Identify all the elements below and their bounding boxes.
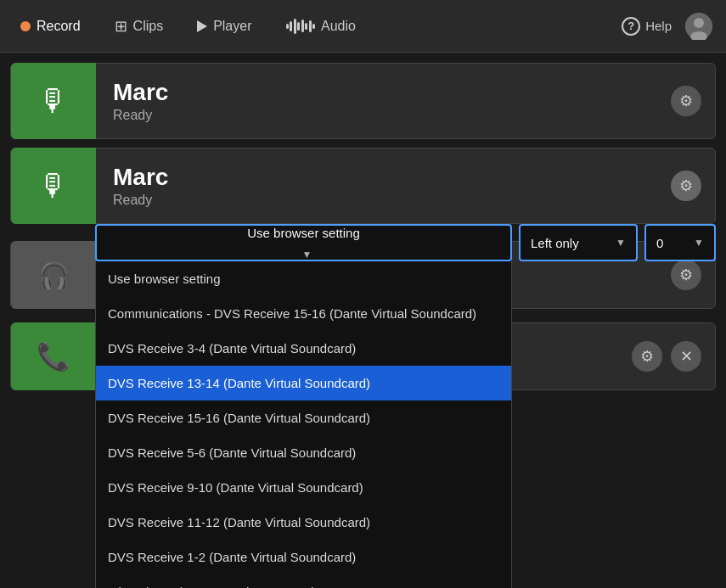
main-content: 🎙 Marc Ready ⚙ 🎙 Marc Ready ⚙ [0,53,726,523]
nav-right: ? Help [622,13,712,40]
dropdown-option-4[interactable]: DVS Receive 15-16 (Dante Virtual Soundca… [96,400,511,435]
dropdown-controls-row: Use browser setting ▼ Use browser settin… [95,224,716,261]
track-actions-4: ⚙ ✕ [632,341,715,372]
track-status-1: Ready [113,108,654,123]
dropdown-option-0[interactable]: Use browser setting [96,261,511,296]
track-icon-box-2[interactable]: 🎙 [11,148,96,224]
chevron-down-icon-channel: ▼ [616,237,626,249]
dropdown-option-3[interactable]: DVS Receive 13-14 (Dante Virtual Soundca… [96,366,511,400]
track-status-2: Ready [113,193,654,208]
track-actions-1: ⚙ [671,86,715,116]
player-icon [197,20,207,32]
nav-audio[interactable]: Audio [279,14,363,39]
mic-icon-2: 🎙 [38,168,69,204]
track-card-1: 🎙 Marc Ready ⚙ [10,63,716,139]
track-icon-box-4[interactable]: 📞 [11,322,96,390]
audio-waveform-icon [286,19,316,34]
track-card-2: 🎙 Marc Ready ⚙ [10,148,716,224]
audio-label: Audio [321,19,356,34]
gear-button-1[interactable]: ⚙ [671,86,701,116]
track-actions-2: ⚙ [671,171,715,201]
gear-button-4[interactable]: ⚙ [632,341,662,372]
help-label: Help [645,19,672,33]
gear-button-2[interactable]: ⚙ [671,171,701,201]
track-name-1: Marc [113,79,654,106]
track-info-2: Marc Ready [96,150,671,221]
user-avatar[interactable] [685,13,712,40]
phone-icon-4: 📞 [37,340,70,372]
track-info-1: Marc Ready [96,65,671,137]
track-2-wrapper: 🎙 Marc Ready ⚙ Use browser setting ▼ Use… [10,148,716,224]
dropdown-option-2[interactable]: DVS Receive 3-4 (Dante Virtual Soundcard… [96,331,511,366]
channel-select-value: Left only [531,236,579,250]
volume-select-box[interactable]: 0 ▼ [644,224,716,261]
nav-record[interactable]: Record [14,14,87,39]
dropdown-option-7[interactable]: DVS Receive 11-12 (Dante Virtual Soundca… [96,505,511,540]
player-label: Player [213,19,251,34]
headphone-icon-3: 🎧 [38,260,70,290]
dropdown-option-5[interactable]: DVS Receive 5-6 (Dante Virtual Soundcard… [96,435,511,470]
volume-select-value: 0 [656,236,663,250]
gear-button-3[interactable]: ⚙ [671,260,701,290]
audio-device-dropdown: Use browser setting Communications - DVS… [95,261,512,588]
top-nav: Record ⊞ Clips Player Audio ? [0,0,726,53]
help-circle-icon: ? [622,17,640,36]
main-select-wrapper: Use browser setting ▼ Use browser settin… [95,224,512,261]
track-icon-box-3[interactable]: 🎧 [11,241,96,309]
nav-clips[interactable]: ⊞ Clips [108,12,171,41]
clips-label: Clips [133,19,164,34]
dropdown-option-1[interactable]: Communications - DVS Receive 15-16 (Dant… [96,296,511,331]
track-actions-3: ⚙ [671,260,715,290]
dropdown-option-6[interactable]: DVS Receive 9-10 (Dante Virtual Soundcar… [96,470,511,505]
help-button[interactable]: ? Help [622,17,672,36]
clips-icon: ⊞ [115,17,127,36]
track-icon-box-1[interactable]: 🎙 [11,63,96,139]
chevron-down-icon-main: ▼ [302,249,312,260]
nav-left: Record ⊞ Clips Player Audio [14,12,622,41]
close-button-4[interactable]: ✕ [671,341,701,372]
dropdown-option-9[interactable]: Microphone (HD Pro Webcam C920) [96,574,511,588]
chevron-down-icon-volume: ▼ [694,237,704,249]
main-select-value: Use browser setting [247,226,360,240]
nav-player[interactable]: Player [190,14,258,39]
svg-point-1 [694,18,704,28]
mic-icon-1: 🎙 [38,83,69,119]
track-name-2: Marc [113,164,654,191]
dropdown-option-8[interactable]: DVS Receive 1-2 (Dante Virtual Soundcard… [96,540,511,574]
record-label: Record [37,19,81,34]
main-select-box[interactable]: Use browser setting ▼ [95,224,512,261]
record-dot-icon [20,21,31,31]
channel-select-box[interactable]: Left only ▼ [519,224,638,261]
